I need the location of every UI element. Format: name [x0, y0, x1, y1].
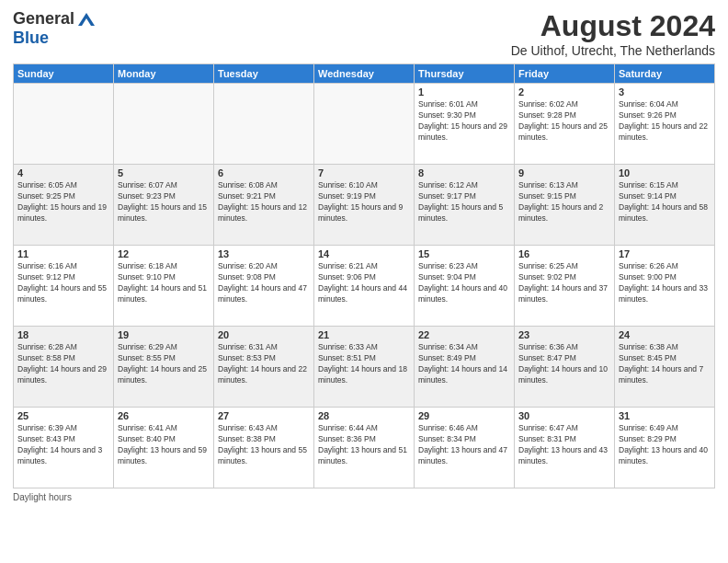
- calendar-cell-15: 15Sunrise: 6:23 AMSunset: 9:04 PMDayligh…: [415, 246, 515, 327]
- weekday-header-monday: Monday: [114, 64, 214, 84]
- day-number: 21: [318, 329, 410, 340]
- day-number: 9: [518, 167, 610, 178]
- calendar-cell-16: 16Sunrise: 6:25 AMSunset: 9:02 PMDayligh…: [515, 246, 615, 327]
- calendar-cell-empty: [314, 84, 415, 165]
- weekday-header-tuesday: Tuesday: [214, 64, 314, 84]
- week-row-3: 11Sunrise: 6:16 AMSunset: 9:12 PMDayligh…: [14, 246, 715, 327]
- day-number: 4: [17, 167, 109, 178]
- calendar-cell-31: 31Sunrise: 6:49 AMSunset: 8:29 PMDayligh…: [615, 408, 715, 488]
- calendar-cell-24: 24Sunrise: 6:38 AMSunset: 8:45 PMDayligh…: [615, 327, 715, 408]
- day-info: Sunrise: 6:47 AMSunset: 8:31 PMDaylight:…: [518, 423, 610, 467]
- weekday-header-sunday: Sunday: [14, 64, 114, 84]
- calendar-cell-26: 26Sunrise: 6:41 AMSunset: 8:40 PMDayligh…: [114, 408, 214, 488]
- day-info: Sunrise: 6:23 AMSunset: 9:04 PMDaylight:…: [418, 261, 510, 305]
- day-number: 7: [318, 167, 410, 178]
- calendar-cell-8: 8Sunrise: 6:12 AMSunset: 9:17 PMDaylight…: [415, 165, 515, 246]
- calendar-cell-4: 4Sunrise: 6:05 AMSunset: 9:25 PMDaylight…: [14, 165, 114, 246]
- calendar-cell-17: 17Sunrise: 6:26 AMSunset: 9:00 PMDayligh…: [615, 246, 715, 327]
- day-info: Sunrise: 6:36 AMSunset: 8:47 PMDaylight:…: [518, 342, 610, 386]
- day-number: 11: [17, 248, 109, 259]
- calendar-cell-14: 14Sunrise: 6:21 AMSunset: 9:06 PMDayligh…: [314, 246, 415, 327]
- week-row-2: 4Sunrise: 6:05 AMSunset: 9:25 PMDaylight…: [14, 165, 715, 246]
- day-number: 26: [118, 410, 210, 421]
- title-section: August 2024 De Uithof, Utrecht, The Neth…: [511, 9, 715, 58]
- calendar-cell-25: 25Sunrise: 6:39 AMSunset: 8:43 PMDayligh…: [14, 408, 114, 488]
- calendar-cell-18: 18Sunrise: 6:28 AMSunset: 8:58 PMDayligh…: [14, 327, 114, 408]
- day-info: Sunrise: 6:28 AMSunset: 8:58 PMDaylight:…: [17, 342, 109, 386]
- calendar-cell-27: 27Sunrise: 6:43 AMSunset: 8:38 PMDayligh…: [214, 408, 314, 488]
- location-title: De Uithof, Utrecht, The Netherlands: [511, 43, 715, 58]
- day-number: 30: [518, 410, 610, 421]
- calendar-cell-6: 6Sunrise: 6:08 AMSunset: 9:21 PMDaylight…: [214, 165, 314, 246]
- calendar-cell-9: 9Sunrise: 6:13 AMSunset: 9:15 PMDaylight…: [515, 165, 615, 246]
- logo: General Blue: [13, 9, 97, 48]
- calendar-cell-7: 7Sunrise: 6:10 AMSunset: 9:19 PMDaylight…: [314, 165, 415, 246]
- day-number: 24: [619, 329, 711, 340]
- calendar-cell-empty: [14, 84, 114, 165]
- day-info: Sunrise: 6:05 AMSunset: 9:25 PMDaylight:…: [17, 180, 109, 224]
- day-number: 17: [619, 248, 711, 259]
- calendar-cell-1: 1Sunrise: 6:01 AMSunset: 9:30 PMDaylight…: [415, 84, 515, 165]
- day-info: Sunrise: 6:41 AMSunset: 8:40 PMDaylight:…: [118, 423, 210, 467]
- day-number: 12: [118, 248, 210, 259]
- day-number: 22: [418, 329, 510, 340]
- logo-icon: [76, 11, 97, 28]
- weekday-header-thursday: Thursday: [415, 64, 515, 84]
- day-info: Sunrise: 6:07 AMSunset: 9:23 PMDaylight:…: [118, 180, 210, 224]
- day-info: Sunrise: 6:49 AMSunset: 8:29 PMDaylight:…: [619, 423, 711, 467]
- day-info: Sunrise: 6:10 AMSunset: 9:19 PMDaylight:…: [318, 180, 410, 224]
- day-number: 23: [518, 329, 610, 340]
- day-info: Sunrise: 6:26 AMSunset: 9:00 PMDaylight:…: [619, 261, 711, 305]
- day-info: Sunrise: 6:38 AMSunset: 8:45 PMDaylight:…: [619, 342, 711, 386]
- day-info: Sunrise: 6:12 AMSunset: 9:17 PMDaylight:…: [418, 180, 510, 224]
- day-number: 27: [218, 410, 310, 421]
- day-number: 13: [218, 248, 310, 259]
- day-number: 6: [218, 167, 310, 178]
- day-number: 25: [17, 410, 109, 421]
- calendar-cell-10: 10Sunrise: 6:15 AMSunset: 9:14 PMDayligh…: [615, 165, 715, 246]
- day-info: Sunrise: 6:46 AMSunset: 8:34 PMDaylight:…: [418, 423, 510, 467]
- month-title: August 2024: [511, 9, 715, 43]
- day-number: 5: [118, 167, 210, 178]
- weekday-header-wednesday: Wednesday: [314, 64, 415, 84]
- day-info: Sunrise: 6:31 AMSunset: 8:53 PMDaylight:…: [218, 342, 310, 386]
- day-info: Sunrise: 6:16 AMSunset: 9:12 PMDaylight:…: [17, 261, 109, 305]
- weekday-header-friday: Friday: [515, 64, 615, 84]
- day-info: Sunrise: 6:29 AMSunset: 8:55 PMDaylight:…: [118, 342, 210, 386]
- weekday-header-row: SundayMondayTuesdayWednesdayThursdayFrid…: [14, 64, 715, 84]
- day-info: Sunrise: 6:25 AMSunset: 9:02 PMDaylight:…: [518, 261, 610, 305]
- calendar-cell-22: 22Sunrise: 6:34 AMSunset: 8:49 PMDayligh…: [415, 327, 515, 408]
- week-row-5: 25Sunrise: 6:39 AMSunset: 8:43 PMDayligh…: [14, 408, 715, 488]
- day-number: 10: [619, 167, 711, 178]
- calendar-cell-28: 28Sunrise: 6:44 AMSunset: 8:36 PMDayligh…: [314, 408, 415, 488]
- calendar-cell-empty: [114, 84, 214, 165]
- day-number: 28: [318, 410, 410, 421]
- week-row-1: 1Sunrise: 6:01 AMSunset: 9:30 PMDaylight…: [14, 84, 715, 165]
- day-number: 1: [418, 86, 510, 98]
- day-info: Sunrise: 6:01 AMSunset: 9:30 PMDaylight:…: [418, 99, 510, 144]
- day-number: 20: [218, 329, 310, 340]
- day-number: 19: [118, 329, 210, 340]
- calendar-cell-3: 3Sunrise: 6:04 AMSunset: 9:26 PMDaylight…: [615, 84, 715, 165]
- day-info: Sunrise: 6:39 AMSunset: 8:43 PMDaylight:…: [17, 423, 109, 467]
- calendar-cell-2: 2Sunrise: 6:02 AMSunset: 9:28 PMDaylight…: [515, 84, 615, 165]
- header: General Blue August 2024 De Uithof, Utre…: [13, 9, 715, 58]
- calendar-cell-13: 13Sunrise: 6:20 AMSunset: 9:08 PMDayligh…: [214, 246, 314, 327]
- day-info: Sunrise: 6:44 AMSunset: 8:36 PMDaylight:…: [318, 423, 410, 467]
- week-row-4: 18Sunrise: 6:28 AMSunset: 8:58 PMDayligh…: [14, 327, 715, 408]
- day-number: 29: [418, 410, 510, 421]
- day-info: Sunrise: 6:34 AMSunset: 8:49 PMDaylight:…: [418, 342, 510, 386]
- day-info: Sunrise: 6:08 AMSunset: 9:21 PMDaylight:…: [218, 180, 310, 224]
- day-number: 2: [518, 86, 610, 98]
- logo-general-text: General: [13, 9, 74, 29]
- day-info: Sunrise: 6:15 AMSunset: 9:14 PMDaylight:…: [619, 180, 711, 224]
- calendar-cell-20: 20Sunrise: 6:31 AMSunset: 8:53 PMDayligh…: [214, 327, 314, 408]
- footer-note: Daylight hours: [13, 492, 715, 502]
- calendar-cell-21: 21Sunrise: 6:33 AMSunset: 8:51 PMDayligh…: [314, 327, 415, 408]
- day-number: 16: [518, 248, 610, 259]
- calendar-cell-empty: [214, 84, 314, 165]
- day-number: 15: [418, 248, 510, 259]
- calendar-cell-30: 30Sunrise: 6:47 AMSunset: 8:31 PMDayligh…: [515, 408, 615, 488]
- day-info: Sunrise: 6:20 AMSunset: 9:08 PMDaylight:…: [218, 261, 310, 305]
- weekday-header-saturday: Saturday: [615, 64, 715, 84]
